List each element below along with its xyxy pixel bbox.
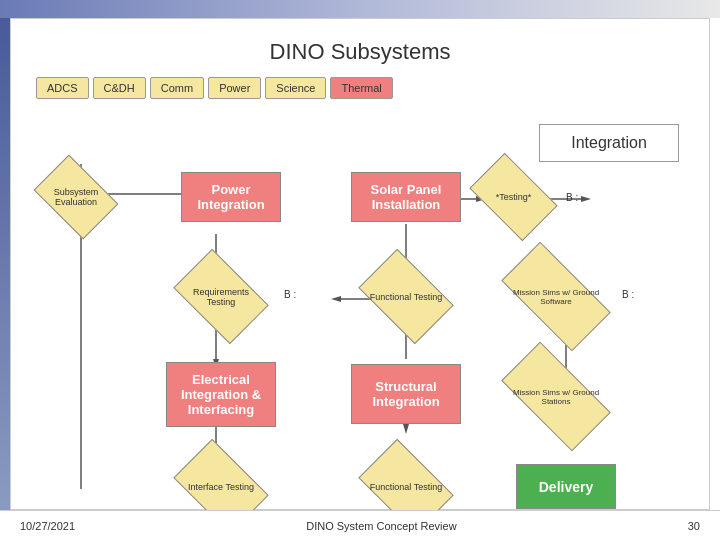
integration-box: Integration [539,124,679,162]
tab-power[interactable]: Power [208,77,261,99]
tab-comm[interactable]: Comm [150,77,204,99]
tab-adcs[interactable]: ADCS [36,77,89,99]
b-label-2: B : [284,289,296,300]
testing-label: *Testing* [476,172,551,222]
subsystem-eval-diamond: Subsystem Evaluation [41,172,111,222]
footer-date: 10/27/2021 [20,520,75,532]
tab-thermal[interactable]: Thermal [330,77,392,99]
interface-testing-label: Interface Testing [181,459,261,514]
testing-diamond: *Testing* [476,172,551,222]
req-testing-diamond: Requirements Testing [181,269,261,324]
interface-testing-diamond: Interface Testing [181,459,261,514]
solar-panel-box: Solar Panel Installation [351,172,461,222]
func-testing2-diamond: Functional Testing [366,459,446,514]
b-label-1: B : [566,192,578,203]
svg-marker-23 [403,424,409,434]
func-testing2-label: Functional Testing [366,459,446,514]
slide-container: DINO Subsystems ADCS C&DH Comm Power Sci… [10,18,710,510]
svg-marker-12 [581,196,591,202]
tab-cdh[interactable]: C&DH [93,77,146,99]
req-testing-label: Requirements Testing [181,269,261,324]
structural-box: Structural Integration [351,364,461,424]
mission-sims1-diamond: Mission Sims w/ Ground Software [506,269,606,324]
footer-page: 30 [688,520,700,532]
tab-row: ADCS C&DH Comm Power Science Thermal [36,77,393,99]
subsystem-eval-label: Subsystem Evaluation [41,172,111,222]
footer: 10/27/2021 DINO System Concept Review 30 [0,510,720,540]
func-testing1-diamond: Functional Testing [366,269,446,324]
footer-center: DINO System Concept Review [306,520,456,532]
b-label-3: B : [622,289,634,300]
tab-science[interactable]: Science [265,77,326,99]
diagram: Subsystem Evaluation Power Integration S… [26,164,694,489]
mission-sims2-diamond: Mission Sims w/ Ground Stations [506,369,606,424]
header-bar [0,0,720,18]
electrical-box: Electrical Integration & Interfacing [166,362,276,427]
slide-title: DINO Subsystems [11,39,709,65]
mission-sims1-label: Mission Sims w/ Ground Software [506,269,606,324]
svg-marker-17 [331,296,341,302]
func-testing1-label: Functional Testing [366,269,446,324]
left-accent [0,18,10,510]
power-integration-box: Power Integration [181,172,281,222]
delivery-box: Delivery [516,464,616,509]
mission-sims2-label: Mission Sims w/ Ground Stations [506,369,606,424]
